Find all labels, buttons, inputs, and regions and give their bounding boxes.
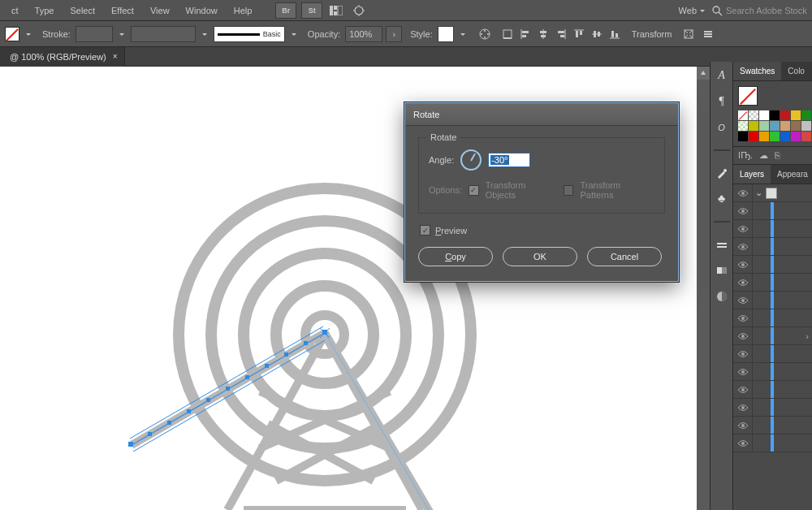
swatch[interactable] — [791, 110, 801, 120]
align-vcenter-icon[interactable] — [589, 26, 605, 42]
menu-select[interactable]: Select — [62, 0, 103, 21]
swatch[interactable] — [749, 121, 758, 131]
visibility-toggle-icon[interactable] — [733, 274, 753, 291]
swatch[interactable] — [749, 132, 758, 141]
visibility-toggle-icon[interactable] — [733, 363, 753, 380]
fill-dropdown[interactable] — [23, 27, 34, 41]
align-left-icon[interactable] — [517, 26, 533, 42]
close-tab-icon[interactable]: × — [113, 52, 118, 61]
transform-objects-checkbox[interactable] — [469, 185, 479, 196]
swatch-none[interactable] — [738, 110, 748, 120]
layer-row[interactable] — [733, 417, 812, 434]
visibility-toggle-icon[interactable] — [733, 184, 753, 201]
paragraph-panel-icon[interactable]: ¶ — [715, 94, 729, 109]
layer-row[interactable] — [733, 381, 812, 399]
swatch[interactable] — [791, 132, 801, 141]
align-bottom-icon[interactable] — [607, 26, 623, 42]
visibility-toggle-icon[interactable] — [733, 345, 753, 362]
layer-row[interactable]: › — [733, 327, 812, 345]
angle-input[interactable]: -30° — [488, 153, 530, 167]
swatch-libraries-icon[interactable]: IҦ. — [738, 150, 753, 161]
swatch[interactable] — [791, 121, 801, 131]
cancel-button[interactable]: Cancel — [587, 247, 662, 266]
transparency-panel-icon[interactable] — [715, 289, 729, 304]
menu-type[interactable]: Type — [27, 0, 63, 21]
transform-patterns-checkbox[interactable] — [564, 185, 574, 196]
stroke-profile-dropdown[interactable] — [199, 27, 210, 41]
stroke-weight-field[interactable] — [76, 26, 113, 42]
bridge-icon[interactable]: Br — [275, 2, 296, 19]
stroke-weight-dropdown[interactable] — [116, 27, 127, 41]
visibility-toggle-icon[interactable] — [733, 309, 753, 326]
layer-row-top[interactable]: ⌄ — [733, 184, 812, 202]
layer-row[interactable] — [733, 274, 812, 292]
layer-row[interactable] — [733, 345, 812, 363]
opacity-stepper[interactable]: › — [386, 26, 402, 42]
character-panel-icon[interactable]: A — [715, 68, 729, 83]
visibility-toggle-icon[interactable] — [733, 292, 753, 309]
isolate-icon[interactable] — [680, 26, 697, 42]
swatch[interactable] — [770, 121, 780, 131]
workspace-switcher[interactable]: Web — [679, 6, 705, 15]
swatch[interactable] — [770, 110, 780, 120]
copy-button[interactable]: Copy — [418, 247, 493, 266]
transform-panel-button[interactable]: Transform — [626, 26, 678, 42]
gradient-panel-icon[interactable] — [715, 263, 729, 278]
swatch-new-icon[interactable]: ⎘ — [775, 150, 780, 161]
swatch[interactable] — [759, 110, 769, 120]
stroke-panel-icon[interactable] — [715, 237, 729, 252]
swatch[interactable] — [780, 121, 790, 131]
stroke-profile-field[interactable] — [131, 26, 196, 42]
menu-view[interactable]: View — [142, 0, 178, 21]
opentype-panel-icon[interactable]: O — [715, 120, 729, 135]
graphic-style-dropdown[interactable] — [457, 27, 469, 41]
layer-row[interactable] — [733, 220, 812, 238]
swatch-link-icon[interactable]: ☁ — [759, 150, 768, 161]
swatch[interactable] — [801, 132, 811, 141]
more-options-icon[interactable] — [700, 26, 716, 42]
align-top-icon[interactable] — [571, 26, 587, 42]
disclosure-icon[interactable]: ⌄ — [753, 188, 764, 198]
opacity-field[interactable]: 100% — [345, 26, 382, 42]
menu-help[interactable]: Help — [226, 0, 261, 21]
menu-effect[interactable]: Effect — [103, 0, 142, 21]
layer-row[interactable] — [733, 202, 812, 220]
vertical-scrollbar[interactable] — [697, 67, 710, 510]
target-icon[interactable]: › — [806, 331, 809, 341]
swatch[interactable] — [759, 121, 769, 131]
visibility-toggle-icon[interactable] — [733, 417, 753, 434]
tab-layers[interactable]: Layers — [733, 165, 771, 184]
graphic-style-swatch[interactable] — [438, 26, 454, 42]
recolor-icon[interactable] — [477, 26, 493, 42]
swatch[interactable] — [770, 132, 780, 141]
visibility-toggle-icon[interactable] — [733, 434, 753, 452]
scroll-up-icon[interactable] — [697, 67, 710, 80]
dialog-titlebar[interactable]: Rotate — [405, 103, 678, 126]
align-right-icon[interactable] — [553, 26, 569, 42]
visibility-toggle-icon[interactable] — [733, 220, 753, 237]
brushes-panel-icon[interactable] — [715, 166, 729, 180]
preview-checkbox[interactable] — [420, 225, 430, 236]
brush-definition[interactable]: Basic — [214, 26, 285, 42]
swatch[interactable] — [801, 121, 811, 131]
swatch[interactable] — [759, 132, 769, 141]
align-to-selection-icon[interactable] — [499, 26, 516, 42]
brush-dropdown[interactable] — [288, 27, 300, 41]
swatch[interactable] — [738, 132, 748, 141]
swatch[interactable] — [801, 110, 811, 120]
menu-edit-partial[interactable]: ct — [3, 0, 27, 21]
layer-row[interactable] — [733, 256, 812, 274]
tab-color[interactable]: Colo — [781, 62, 811, 80]
swatch-registration[interactable] — [749, 110, 758, 120]
tab-swatches[interactable]: Swatches — [733, 62, 781, 80]
visibility-toggle-icon[interactable] — [733, 399, 753, 416]
fill-swatch[interactable] — [5, 27, 19, 41]
visibility-toggle-icon[interactable] — [733, 256, 753, 273]
swatch[interactable] — [780, 132, 790, 141]
visibility-toggle-icon[interactable] — [733, 238, 753, 255]
stock-search[interactable]: Search Adobe Stock — [711, 5, 809, 16]
visibility-toggle-icon[interactable] — [733, 381, 753, 398]
symbols-panel-icon[interactable]: ♣ — [715, 192, 729, 206]
tab-appearance[interactable]: Appeara — [771, 165, 812, 184]
visibility-toggle-icon[interactable] — [733, 202, 753, 219]
